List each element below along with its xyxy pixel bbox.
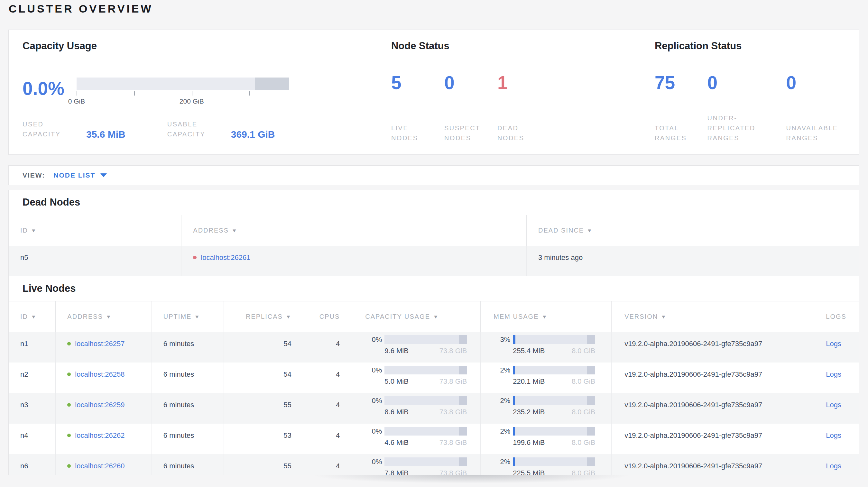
page-title: CLUSTER OVERVIEW <box>9 3 153 15</box>
dead-col-header-id[interactable]: ID ▼ <box>9 215 181 246</box>
dead-node-id: n5 <box>9 246 181 276</box>
dead-node-address-link[interactable]: localhost:26261 <box>201 254 250 262</box>
usable-capacity-stat: USABLE CAPACITY 369.1 GiB <box>167 119 275 139</box>
used-capacity-value: 35.6 MiB <box>86 129 125 140</box>
summary-card: Capacity Usage 0.0% 0 GiB200 GiB USED CA… <box>8 30 859 155</box>
table-row: n4 localhost:26262 6 minutes 53 4 0% 4.6… <box>9 424 859 454</box>
node-logs-cell: Logs <box>813 454 859 475</box>
mem-usage-bar-track <box>513 366 595 375</box>
live-col-header-replicas[interactable]: REPLICAS ▼ <box>224 301 303 332</box>
sort-desc-icon: ▼ <box>587 228 593 233</box>
capacity-used-value: 7.8 MiB <box>384 469 409 475</box>
node-capacity-usage-cell: 0% 8.6 MiB 73.8 GiB <box>352 393 480 424</box>
node-address-link[interactable]: localhost:26258 <box>75 370 125 379</box>
mem-usage-bar-reserved-segment <box>587 366 595 375</box>
mem-total-value: 8.0 GiB <box>572 377 595 386</box>
capacity-bar-reserved-segment <box>255 77 289 90</box>
chevron-down-icon <box>100 173 107 177</box>
node-status-stats: 5 LIVE NODES 0 SUSPECT NODES 1 DEAD NODE… <box>391 74 655 143</box>
node-mem-usage-cell: 3% 255.4 MiB 8.0 GiB <box>480 332 611 362</box>
sort-desc-icon: ▼ <box>286 314 292 319</box>
table-row: n3 localhost:26259 6 minutes 55 4 0% 8.6… <box>9 393 859 424</box>
dead-nodes-heading: Dead Nodes <box>9 190 859 215</box>
live-col-header-address[interactable]: ADDRESS ▼ <box>55 301 152 332</box>
live-col-header-version[interactable]: VERSION ▼ <box>611 301 813 332</box>
dead-col-header-dead-since[interactable]: DEAD SINCE ▼ <box>526 215 859 246</box>
logs-link[interactable]: Logs <box>826 340 841 348</box>
node-replicas: 53 <box>224 424 303 454</box>
mem-usage-bar-track <box>513 396 595 405</box>
node-capacity-usage-cell: 0% 7.8 MiB 73.8 GiB <box>352 454 480 475</box>
suspect-nodes-count: 0 <box>444 74 497 92</box>
node-uptime: 6 minutes <box>152 424 224 454</box>
node-address-link[interactable]: localhost:26257 <box>75 340 125 348</box>
live-status-dot-icon <box>67 464 71 468</box>
live-nodes-heading: Live Nodes <box>9 276 859 301</box>
dead-col-header-address[interactable]: ADDRESS ▼ <box>181 215 526 246</box>
mem-used-value: 220.1 MiB <box>513 377 545 386</box>
axis-tick-icon <box>192 91 192 96</box>
sort-desc-icon: ▼ <box>231 228 238 233</box>
live-col-header-id[interactable]: ID ▼ <box>9 301 55 332</box>
capacity-used-value: 5.0 MiB <box>384 377 409 386</box>
dead-nodes-label: DEAD NODES <box>497 123 537 143</box>
usable-capacity-label: USABLE CAPACITY <box>167 119 223 139</box>
node-address-link[interactable]: localhost:26259 <box>75 401 125 409</box>
node-uptime: 6 minutes <box>152 393 224 424</box>
node-mem-usage-cell: 2% 235.2 MiB 8.0 GiB <box>480 393 611 424</box>
nodes-tables-container: Dead Nodes ID ▼ ADDRESS ▼ DEAD SINCE ▼ n… <box>8 190 859 475</box>
node-logs-cell: Logs <box>813 393 859 424</box>
node-cpus: 4 <box>304 454 352 475</box>
node-id: n1 <box>9 332 55 362</box>
node-id: n6 <box>9 454 55 475</box>
mem-usage-bar-fill <box>513 427 515 435</box>
capacity-total-value: 73.8 GiB <box>439 347 467 355</box>
replication-stats: 75 TOTAL RANGES 0 UNDER-REPLICATED RANGE… <box>655 74 859 143</box>
live-col-header-logs: LOGS <box>813 301 859 332</box>
node-version: v19.2.0-alpha.20190606-2491-gfe735c9a97 <box>611 454 813 475</box>
sort-desc-icon: ▼ <box>194 314 200 319</box>
live-nodes-header-row: ID ▼ ADDRESS ▼ UPTIME ▼ REPLICAS ▼ CPUS … <box>9 301 859 332</box>
logs-link[interactable]: Logs <box>826 462 841 470</box>
logs-link[interactable]: Logs <box>826 431 841 440</box>
capacity-usage-bar-track <box>384 427 467 435</box>
capacity-percent-value: 0.0% <box>23 77 71 98</box>
node-replicas: 55 <box>224 393 303 424</box>
mem-usage-bar-track <box>513 335 595 344</box>
node-address-link[interactable]: localhost:26260 <box>75 462 125 470</box>
capacity-usage-bar-reserved-segment <box>459 366 467 375</box>
live-col-header-uptime[interactable]: UPTIME ▼ <box>152 301 224 332</box>
live-col-header-capacity-usage[interactable]: CAPACITY USAGE ▼ <box>352 301 480 332</box>
node-version: v19.2.0-alpha.20190606-2491-gfe735c9a97 <box>611 424 813 454</box>
mem-used-value: 225.5 MiB <box>513 469 545 475</box>
view-selector-dropdown[interactable]: NODE LIST <box>53 171 107 179</box>
capacity-percent: 0% <box>364 335 382 344</box>
total-ranges-label: TOTAL RANGES <box>655 123 693 143</box>
axis-tick-label: 0 GiB <box>68 97 85 105</box>
live-col-header-mem-usage[interactable]: MEM USAGE ▼ <box>480 301 611 332</box>
node-status-section: Node Status 5 LIVE NODES 0 SUSPECT NODES… <box>391 30 655 154</box>
total-ranges-stat: 75 TOTAL RANGES <box>655 74 708 143</box>
logs-link[interactable]: Logs <box>826 370 841 379</box>
capacity-usage-section: Capacity Usage 0.0% 0 GiB200 GiB USED CA… <box>9 30 391 154</box>
node-version: v19.2.0-alpha.20190606-2491-gfe735c9a97 <box>611 332 813 362</box>
capacity-axis: 0 GiB200 GiB <box>76 90 289 106</box>
capacity-usage-bar-reserved-segment <box>459 396 467 405</box>
sort-desc-icon: ▼ <box>106 314 112 319</box>
live-col-header-cpus[interactable]: CPUS <box>304 301 352 332</box>
live-status-dot-icon <box>67 372 71 376</box>
capacity-percent: 0% <box>364 458 382 466</box>
capacity-total-value: 73.8 GiB <box>439 408 467 416</box>
node-capacity-usage-cell: 0% 9.6 MiB 73.8 GiB <box>352 332 480 362</box>
node-address-link[interactable]: localhost:26262 <box>75 431 125 440</box>
mem-total-value: 8.0 GiB <box>572 439 595 447</box>
mem-usage-bar-track <box>513 427 595 435</box>
dead-nodes-stat: 1 DEAD NODES <box>497 74 551 143</box>
node-capacity-usage-cell: 0% 5.0 MiB 73.8 GiB <box>352 362 480 393</box>
capacity-usage-bar-track <box>384 335 467 344</box>
live-nodes-body: n1 localhost:26257 6 minutes 54 4 0% 9.6… <box>9 332 859 475</box>
bottom-shadow <box>245 475 698 487</box>
logs-link[interactable]: Logs <box>826 401 841 409</box>
node-address-cell: localhost:26258 <box>55 362 152 393</box>
node-uptime: 6 minutes <box>152 362 224 393</box>
